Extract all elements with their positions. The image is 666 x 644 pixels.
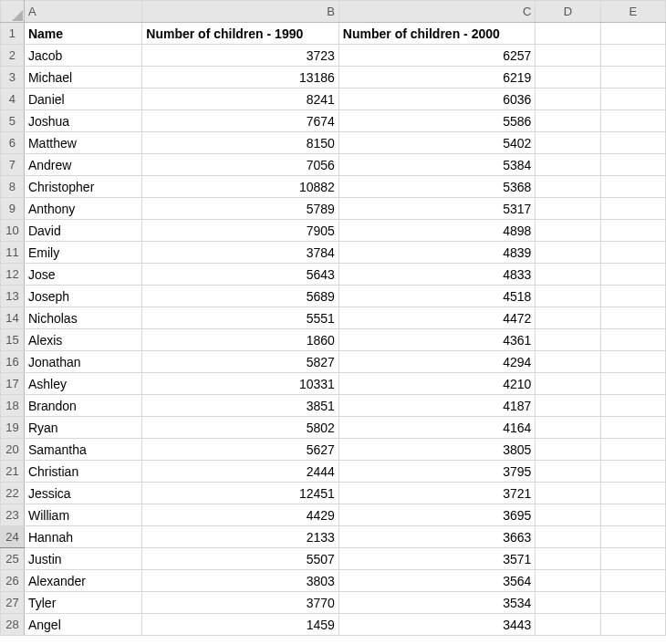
cell-B24[interactable]: 2133 [142,526,339,548]
cell-C25[interactable]: 3571 [338,548,536,570]
cell-E7[interactable] [600,154,665,176]
cell-E6[interactable] [600,132,665,154]
cell-C10[interactable]: 4898 [338,220,536,242]
cell-C21[interactable]: 3795 [338,461,536,483]
spreadsheet-grid[interactable]: A B C D E 1 Name Number of children - 19… [0,0,666,636]
cell-B7[interactable]: 7056 [142,154,339,176]
row-header-12[interactable]: 12 [1,264,25,286]
row-header-15[interactable]: 15 [1,329,25,351]
cell-D22[interactable] [536,483,600,504]
cell-C26[interactable]: 3564 [338,570,536,592]
cell-A12[interactable]: Jose [24,264,141,286]
cell-E25[interactable] [600,548,665,570]
cell-D11[interactable] [536,242,600,264]
cell-D25[interactable] [536,548,600,570]
cell-A25[interactable]: Justin [24,548,141,570]
cell-B13[interactable]: 5689 [142,286,339,307]
row-header-26[interactable]: 26 [1,570,25,592]
cell-C6[interactable]: 5402 [338,132,536,154]
cell-E4[interactable] [600,88,665,110]
cell-E5[interactable] [600,110,665,132]
cell-A28[interactable]: Angel [24,614,141,636]
cell-B12[interactable]: 5643 [142,264,339,286]
cell-A16[interactable]: Jonathan [24,351,141,373]
cell-E21[interactable] [600,461,665,483]
cell-A2[interactable]: Jacob [24,45,141,67]
cell-D24[interactable] [536,526,600,548]
row-header-16[interactable]: 16 [1,351,25,373]
row-header-21[interactable]: 21 [1,461,25,483]
cell-B14[interactable]: 5551 [142,307,339,329]
cell-E1[interactable] [600,23,665,45]
cell-A17[interactable]: Ashley [24,373,141,395]
cell-D8[interactable] [536,176,600,198]
cell-E10[interactable] [600,220,665,242]
cell-B23[interactable]: 4429 [142,504,339,526]
row-header-10[interactable]: 10 [1,220,25,242]
cell-A24[interactable]: Hannah [24,526,141,548]
cell-D4[interactable] [536,88,600,110]
cell-C18[interactable]: 4187 [338,395,536,417]
cell-E11[interactable] [600,242,665,264]
cell-A13[interactable]: Joseph [24,286,141,307]
cell-B8[interactable]: 10882 [142,176,339,198]
cell-B17[interactable]: 10331 [142,373,339,395]
row-header-18[interactable]: 18 [1,395,25,417]
row-header-4[interactable]: 4 [1,88,25,110]
cell-B5[interactable]: 7674 [142,110,339,132]
cell-A7[interactable]: Andrew [24,154,141,176]
cell-A14[interactable]: Nicholas [24,307,141,329]
cell-C19[interactable]: 4164 [338,417,536,439]
col-header-B[interactable]: B [142,1,339,23]
cell-B27[interactable]: 3770 [142,592,339,614]
cell-C4[interactable]: 6036 [338,88,536,110]
row-header-14[interactable]: 14 [1,307,25,329]
cell-E27[interactable] [600,592,665,614]
cell-A21[interactable]: Christian [24,461,141,483]
cell-C22[interactable]: 3721 [338,483,536,504]
cell-E28[interactable] [600,614,665,636]
cell-C1[interactable]: Number of children - 2000 [338,23,536,45]
cell-A1[interactable]: Name [24,23,141,45]
row-header-7[interactable]: 7 [1,154,25,176]
cell-C13[interactable]: 4518 [338,286,536,307]
col-header-D[interactable]: D [536,1,600,23]
cell-D9[interactable] [536,198,600,220]
cell-A8[interactable]: Christopher [24,176,141,198]
cell-D23[interactable] [536,504,600,526]
cell-C16[interactable]: 4294 [338,351,536,373]
cell-A19[interactable]: Ryan [24,417,141,439]
cell-C9[interactable]: 5317 [338,198,536,220]
cell-B9[interactable]: 5789 [142,198,339,220]
cell-C2[interactable]: 6257 [338,45,536,67]
cell-B3[interactable]: 13186 [142,67,339,88]
cell-B16[interactable]: 5827 [142,351,339,373]
cell-D27[interactable] [536,592,600,614]
cell-E16[interactable] [600,351,665,373]
row-header-23[interactable]: 23 [1,504,25,526]
cell-D17[interactable] [536,373,600,395]
cell-B1[interactable]: Number of children - 1990 [142,23,339,45]
cell-C23[interactable]: 3695 [338,504,536,526]
cell-D19[interactable] [536,417,600,439]
cell-B6[interactable]: 8150 [142,132,339,154]
cell-B26[interactable]: 3803 [142,570,339,592]
cell-D6[interactable] [536,132,600,154]
cell-A20[interactable]: Samantha [24,439,141,461]
cell-E9[interactable] [600,198,665,220]
cell-E13[interactable] [600,286,665,307]
row-header-17[interactable]: 17 [1,373,25,395]
row-header-11[interactable]: 11 [1,242,25,264]
cell-C15[interactable]: 4361 [338,329,536,351]
cell-A26[interactable]: Alexander [24,570,141,592]
cell-D16[interactable] [536,351,600,373]
row-header-9[interactable]: 9 [1,198,25,220]
cell-D10[interactable] [536,220,600,242]
cell-C20[interactable]: 3805 [338,439,536,461]
cell-D15[interactable] [536,329,600,351]
cell-D14[interactable] [536,307,600,329]
row-header-13[interactable]: 13 [1,286,25,307]
cell-D20[interactable] [536,439,600,461]
cell-E18[interactable] [600,395,665,417]
row-header-2[interactable]: 2 [1,45,25,67]
